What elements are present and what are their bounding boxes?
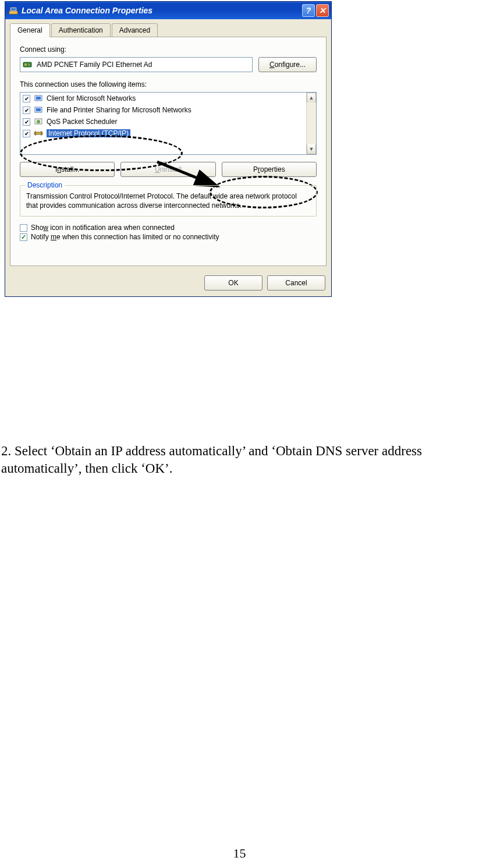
list-item-label: Client for Microsoft Networks [47,94,136,102]
list-item-tcpip[interactable]: ✔ Internet Protocol (TCP/IP) [20,127,316,139]
svg-rect-9 [36,108,41,111]
tab-advanced[interactable]: Advanced [112,23,158,37]
properties-button[interactable]: Properties [222,162,317,177]
list-item-label: Internet Protocol (TCP/IP) [47,129,130,137]
scroll-down-icon[interactable]: ▼ [307,144,316,154]
svg-point-11 [37,120,40,123]
adapter-field: AMD PCNET Family PCI Ethernet Ad [20,57,253,72]
tab-panel-general: Connect using: AMD PCNET Family PCI Ethe… [10,37,327,266]
uninstall-button: Uninstall [120,162,215,177]
ok-button[interactable]: OK [204,275,262,290]
qos-icon [34,117,44,126]
list-item[interactable]: ✔ QoS Packet Scheduler [20,116,316,127]
show-icon-label: Show icon in notification area when conn… [31,224,175,232]
window-title: Local Area Connection Properties [22,6,301,15]
checkbox[interactable]: ✔ [23,95,30,102]
svg-rect-5 [28,63,30,66]
title-bar[interactable]: Local Area Connection Properties ? ✕ [5,2,331,19]
tab-strip: General Authentication Advanced [5,19,331,37]
protocol-icon [34,129,44,138]
connect-using-label: Connect using: [20,45,317,54]
client-icon [34,94,44,103]
svg-rect-2 [11,8,16,10]
service-icon [34,105,44,115]
properties-dialog: Local Area Connection Properties ? ✕ Gen… [5,1,332,297]
nic-icon [23,60,33,69]
items-label: This connection uses the following items… [20,80,317,88]
list-item[interactable]: ✔ File and Printer Sharing for Microsoft… [20,104,316,116]
instruction-text: 2. Select ‘Obtain an IP address automati… [0,442,479,477]
list-item-label: QoS Packet Scheduler [47,118,117,126]
show-icon-checkbox-row[interactable]: Show icon in notification area when conn… [20,224,317,232]
install-button[interactable]: Install... [20,162,115,177]
checkbox[interactable] [20,233,27,241]
notify-label: Notify me when this connection has limit… [31,233,219,241]
dialog-footer: OK Cancel [5,271,331,296]
adapter-name: AMD PCNET Family PCI Ethernet Ad [37,61,152,69]
scroll-up-icon[interactable]: ▲ [307,93,316,102]
checkbox[interactable]: ✔ [23,118,30,126]
description-text: Transmission Control Protocol/Internet P… [26,192,310,210]
list-scrollbar[interactable]: ▲ ▼ [306,93,316,154]
cancel-button[interactable]: Cancel [267,275,325,290]
svg-rect-4 [24,63,27,66]
checkbox[interactable] [20,224,27,232]
description-group: Description Transmission Control Protoco… [20,185,317,217]
description-legend: Description [25,181,65,189]
configure-button[interactable]: Configure... [258,57,317,72]
page-number: 15 [0,846,479,861]
svg-rect-0 [9,11,17,14]
checkbox[interactable]: ✔ [23,107,30,114]
notify-checkbox-row[interactable]: Notify me when this connection has limit… [20,233,317,241]
tab-general[interactable]: General [10,23,50,37]
list-item-label: File and Printer Sharing for Microsoft N… [47,106,191,114]
network-icon [9,6,18,15]
close-button[interactable]: ✕ [316,4,329,17]
svg-rect-7 [36,97,41,100]
list-item[interactable]: ✔ Client for Microsoft Networks [20,93,316,104]
checkbox[interactable]: ✔ [23,130,30,137]
tab-authentication[interactable]: Authentication [51,23,111,37]
components-list[interactable]: ✔ Client for Microsoft Networks ✔ File a… [20,92,317,155]
help-button[interactable]: ? [302,4,315,17]
